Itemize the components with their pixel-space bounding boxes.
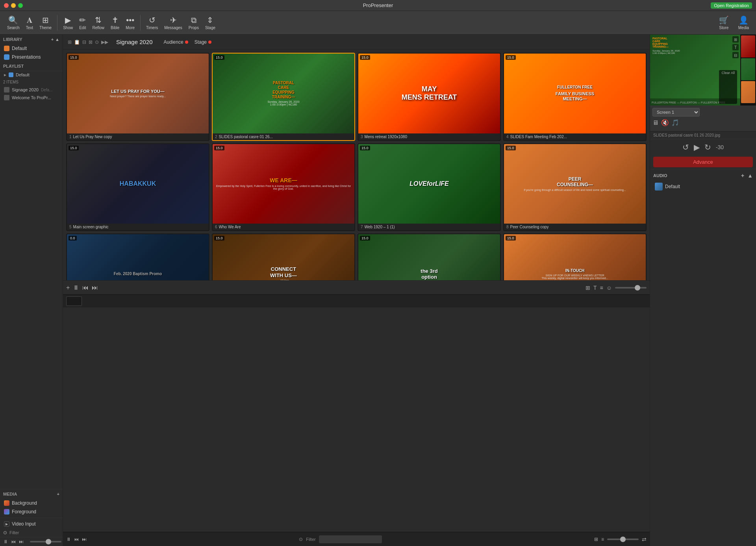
open-registration-button[interactable]: Open Registration bbox=[711, 2, 752, 9]
slide-label-6: 6 Who We Are bbox=[213, 224, 354, 230]
slide-item-9[interactable]: 0.0 1:21.33 Feb. 2020 Baptism Promo 9 Fe… bbox=[66, 233, 209, 280]
add-slide-btn[interactable]: + bbox=[66, 284, 70, 291]
pause-btn[interactable]: ⏸ bbox=[73, 284, 79, 291]
pause-media-btn[interactable]: ⏸ bbox=[3, 539, 8, 544]
screen-select[interactable]: Screen 1 bbox=[652, 108, 700, 117]
skip-back-media-bottom-btn[interactable]: ⏮ bbox=[74, 537, 79, 542]
skip-30-btn[interactable]: -30 bbox=[716, 144, 724, 150]
slide-sub-1: Need prayer? There are prayer teams read… bbox=[110, 95, 166, 98]
theme-toolbar-btn[interactable]: ⊞ Theme bbox=[39, 15, 52, 30]
search-toolbar-btn[interactable]: 🔍 Search bbox=[7, 15, 20, 30]
collapse-library-btn[interactable]: ▲ bbox=[55, 37, 59, 42]
record-icon: ⊙ bbox=[95, 39, 99, 45]
rewind-btn[interactable]: ↺ bbox=[682, 143, 689, 152]
list-view-media-btn[interactable]: ≡ bbox=[601, 537, 604, 542]
foreground-icon bbox=[4, 509, 9, 515]
show-toolbar-btn[interactable]: ▶ Show bbox=[63, 15, 73, 30]
right-icon-3[interactable]: ⊟ bbox=[732, 52, 739, 58]
background-icon bbox=[4, 500, 9, 506]
zoom-slider[interactable] bbox=[615, 287, 647, 289]
grid-icon: ⊞ bbox=[68, 39, 72, 45]
list-view-btn[interactable]: ≡ bbox=[600, 285, 603, 291]
background-media-item[interactable]: Background bbox=[0, 499, 63, 507]
right-icon-1[interactable]: ⊞ bbox=[732, 36, 739, 43]
bible-toolbar-btn[interactable]: ✝ Bible bbox=[111, 15, 119, 30]
toolbar: 🔍 Search 𝐀 Text ⊞ Theme ▶ Show ✏ Edit ⇅ … bbox=[0, 11, 756, 35]
presentation-header: ⊞ 📋 ⊟ ⊠ ⊙ ▶▶ Signage 2020 Audience Stage bbox=[63, 35, 650, 50]
add-library-btn[interactable]: + bbox=[51, 37, 54, 42]
slide-item-11[interactable]: 15.0 the 3rdoption 11 SLIDE third option… bbox=[358, 233, 501, 280]
slide-thumb-5: 15.0 HABAKKUK bbox=[67, 144, 209, 224]
clear-all-btn[interactable]: Clear All bbox=[719, 70, 737, 104]
skip-fwd-media-bottom-btn[interactable]: ⏭ bbox=[82, 537, 87, 542]
media-volume-slider[interactable] bbox=[30, 541, 61, 542]
grid-view-btn[interactable]: ⊞ bbox=[586, 285, 590, 291]
edit-toolbar-btn[interactable]: ✏ Edit bbox=[79, 15, 86, 30]
slide-title-7: LOVEforLIFE bbox=[410, 180, 449, 187]
minimize-button[interactable] bbox=[11, 3, 16, 8]
slide-item-4[interactable]: 15.0 FULLERTON FREE FAMILY BUSINESSMEETI… bbox=[503, 53, 647, 141]
emoji-btn[interactable]: ☺ bbox=[606, 285, 612, 291]
slide-sub-6: Empowered by the Holy Spirit, Fullerton … bbox=[214, 185, 353, 190]
sidebar-item-presentations[interactable]: Presentations bbox=[0, 53, 63, 61]
slide-title-2: PASTORALCAREEQUIPPINGTRAINING— bbox=[272, 81, 295, 100]
slide-thumb-7: 15.0 LOVEforLIFE bbox=[358, 144, 500, 224]
right-icon-2[interactable]: T bbox=[732, 44, 739, 50]
video-input-item[interactable]: ▶ Video Input bbox=[0, 520, 63, 528]
playlist-default-item[interactable]: ▶ Default bbox=[0, 71, 63, 78]
props-toolbar-btn[interactable]: ⧉ Props bbox=[189, 16, 199, 30]
text-view-btn[interactable]: T bbox=[593, 285, 597, 291]
skip-fwd-media-btn[interactable]: ⏭ bbox=[19, 539, 24, 544]
slide-item-1[interactable]: 15.0 LET US PRAY FOR YOU— Need prayer? T… bbox=[66, 53, 209, 141]
play-btn[interactable]: ▶ bbox=[694, 143, 700, 152]
maximize-button[interactable] bbox=[18, 3, 23, 8]
skip-back-media-btn[interactable]: ⏮ bbox=[11, 539, 16, 544]
preview-text-3: EQUIPPING bbox=[652, 43, 738, 45]
preview-text-4: TRAINING— bbox=[652, 45, 738, 48]
add-media-btn[interactable]: + bbox=[57, 492, 59, 496]
items-count: 2 ITEMS bbox=[0, 78, 63, 86]
timers-toolbar-btn[interactable]: ↺ Timers bbox=[146, 15, 158, 30]
slide-item-10[interactable]: 15.0 CONNECTWITH US— _ 10 App 10 App bbox=[212, 233, 355, 280]
collapse-audio-btn[interactable]: ▲ bbox=[747, 172, 753, 179]
slide-item-2[interactable]: 15.0 PASTORALCAREEQUIPPINGTRAINING— Sund… bbox=[212, 53, 355, 141]
slide-item-5[interactable]: 15.0 HABAKKUK 5 Main screen graphic bbox=[66, 143, 209, 231]
welcome-propresenter-item[interactable]: Welcome To ProPr... bbox=[0, 94, 63, 102]
slide-item-8[interactable]: 15.0 PEERCOUNSELING— If you're going thr… bbox=[503, 143, 647, 231]
slide-item-7[interactable]: 15.0 LOVEforLIFE 7 Web 1920 – 1 (1) bbox=[358, 143, 501, 231]
grid-view-media-btn[interactable]: ⊞ bbox=[594, 537, 598, 542]
filter-bar: ⊙ Filter bbox=[0, 528, 63, 537]
stage-toolbar-btn[interactable]: ⇕ Stage bbox=[205, 15, 215, 30]
slide-item-6[interactable]: 15.0 WE ARE— Empowered by the Holy Spiri… bbox=[212, 143, 355, 231]
reflow-toolbar-btn[interactable]: ⇅ Reflow bbox=[92, 15, 104, 30]
advance-button[interactable]: Advance bbox=[653, 157, 753, 167]
slide-item-3[interactable]: 15.0 MAYMENS RETREAT 3 Mens retreat 1920… bbox=[358, 53, 501, 141]
sidebar-item-default[interactable]: Default bbox=[0, 44, 63, 53]
slide-thumb-1: 15.0 LET US PRAY FOR YOU— Need prayer? T… bbox=[67, 54, 209, 133]
foreground-media-item[interactable]: Foreground bbox=[0, 507, 63, 516]
sidebar-bottom: MEDIA + Background Foreground ▶ Video In… bbox=[0, 489, 63, 546]
slide-title-11: the 3rdoption bbox=[421, 268, 437, 280]
restart-btn[interactable]: ↻ bbox=[704, 143, 711, 152]
slide-item-12[interactable]: 15.0 IN-TOUCH SIGN UP FOR OUR WEEKLY eNE… bbox=[503, 233, 647, 280]
filter-label: Filter bbox=[9, 530, 19, 535]
pause-media-bottom-btn[interactable]: ⏸ bbox=[66, 537, 71, 542]
search-icon: 🔍 bbox=[8, 15, 18, 25]
media-toolbar-btn[interactable]: 👤 Media bbox=[738, 15, 749, 30]
close-button[interactable] bbox=[4, 3, 9, 8]
more-toolbar-btn[interactable]: ••• More bbox=[126, 16, 135, 30]
media-size-slider[interactable] bbox=[607, 539, 639, 540]
store-toolbar-btn[interactable]: 🛒 Store bbox=[719, 15, 729, 30]
slide-label-2: 2 SLIDES pastoral casre 01 26... bbox=[213, 133, 354, 140]
skip-back-btn[interactable]: ⏮ bbox=[82, 284, 89, 291]
audio-default-item[interactable]: Default bbox=[653, 181, 753, 192]
text-toolbar-btn[interactable]: 𝐀 Text bbox=[26, 16, 33, 30]
stage-icon: ⇕ bbox=[207, 15, 213, 25]
filter-media-icon: ⊙ bbox=[299, 537, 303, 542]
mute-icon[interactable]: 🔇 bbox=[661, 119, 669, 126]
signage-2020-item[interactable]: Signage 2020 Defa... bbox=[0, 86, 63, 94]
skip-fwd-btn[interactable]: ⏭ bbox=[92, 284, 98, 291]
messages-toolbar-btn[interactable]: ✈ Messages bbox=[164, 15, 182, 30]
shuffle-btn[interactable]: ⇄ bbox=[642, 536, 647, 542]
add-audio-btn[interactable]: + bbox=[741, 172, 744, 179]
